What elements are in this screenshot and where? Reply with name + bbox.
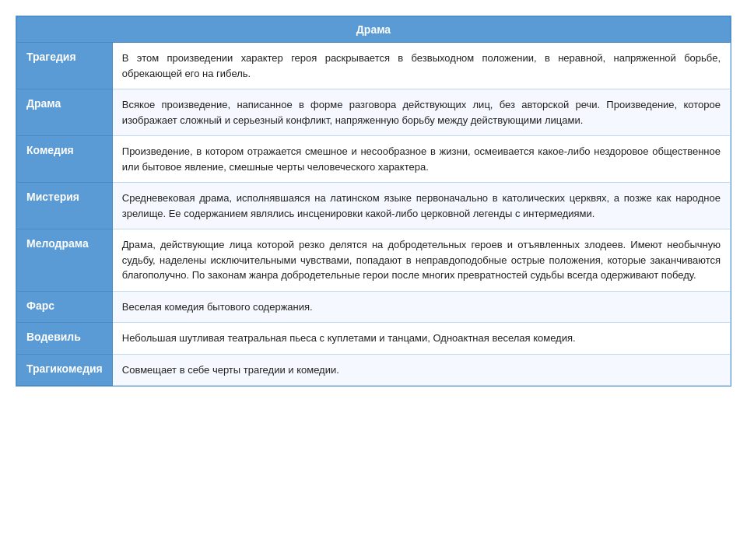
table-row-komediya: КомедияПроизведение, в котором отражаетс… (17, 136, 731, 183)
definition-tragediya: В этом произведении характер героя раскр… (112, 43, 730, 89)
table-row-tragikomediya: ТрагикомедияСовмещает в себе черты траге… (17, 354, 731, 386)
definition-vodevilj: Небольшая шутливая театральная пьеса с к… (112, 323, 730, 355)
term-tragikomediya: Трагикомедия (17, 354, 113, 386)
definition-melodrama: Драма, действующие лица которой резко де… (112, 229, 730, 292)
table-row-tragediya: ТрагедияВ этом произведении характер гер… (17, 43, 731, 89)
term-fars: Фарс (17, 291, 113, 323)
table-header-row: Драма (17, 17, 731, 43)
term-tragediya: Трагедия (17, 43, 113, 89)
drama-table: Драма ТрагедияВ этом произведении характ… (16, 16, 731, 387)
table-row-drama: ДрамаВсякое произведение, написанное в ф… (17, 89, 731, 136)
table-row-fars: ФарсВеселая комедия бытового содержания. (17, 291, 731, 323)
term-komediya: Комедия (17, 136, 113, 183)
definition-tragikomediya: Совмещает в себе черты трагедии и комеди… (112, 354, 730, 386)
table-title: Драма (17, 17, 731, 43)
table-row-vodevilj: ВодевильНебольшая шутливая театральная п… (17, 323, 731, 355)
term-vodevilj: Водевиль (17, 323, 113, 355)
definition-fars: Веселая комедия бытового содержания. (112, 291, 730, 323)
definition-misteriya: Средневековая драма, исполнявшаяся на ла… (112, 183, 730, 229)
term-drama: Драма (17, 89, 113, 136)
table-row-misteriya: МистерияСредневековая драма, исполнявшая… (17, 183, 731, 229)
definition-drama: Всякое произведение, написанное в форме … (112, 89, 730, 136)
definition-komediya: Произведение, в котором отражается смешн… (112, 136, 730, 183)
term-melodrama: Мелодрама (17, 229, 113, 292)
term-misteriya: Мистерия (17, 183, 113, 229)
table-row-melodrama: МелодрамаДрама, действующие лица которой… (17, 229, 731, 292)
